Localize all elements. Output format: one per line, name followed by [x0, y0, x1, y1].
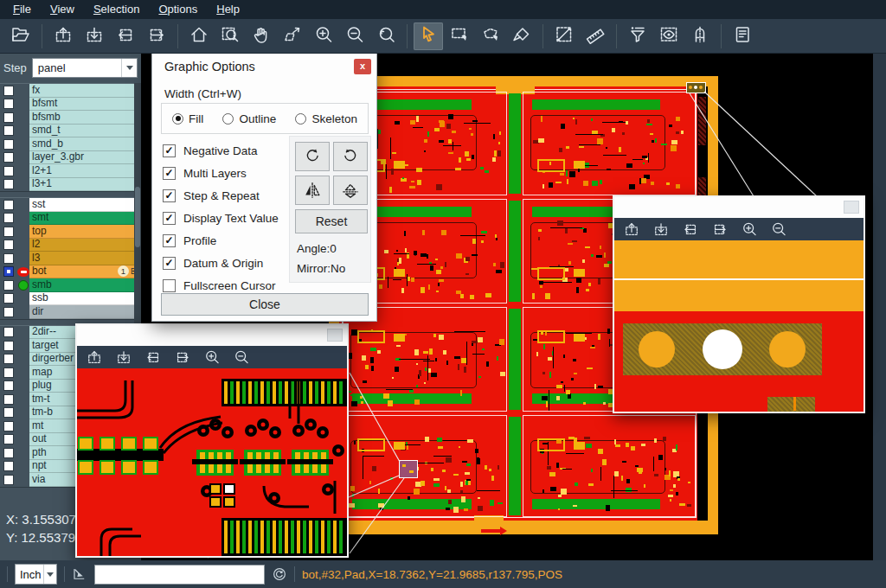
layer-name[interactable]: smd_t [29, 125, 141, 138]
layer-row-l3[interactable]: l3 [0, 252, 141, 265]
graphic-options-dialog[interactable]: Graphic Options x Width (Ctrl+W) FillOut… [151, 52, 377, 322]
select-cursor-button[interactable] [414, 22, 443, 50]
snap-button[interactable] [685, 22, 715, 50]
shift-up-button[interactable] [48, 22, 78, 50]
layer-name[interactable]: layer_3.gbr [29, 151, 141, 165]
magnifier2-shift-down-button[interactable] [652, 220, 670, 238]
layer-name[interactable]: bot1⊞ [29, 265, 141, 279]
magnifier2-shift-right-button[interactable] [711, 220, 729, 238]
dialog-close-button[interactable]: x [354, 59, 371, 74]
layer-visibility-checkbox[interactable] [3, 434, 14, 444]
layer-visibility-checkbox[interactable] [3, 327, 14, 337]
magnifier1-shift-up-button[interactable] [86, 348, 103, 366]
layer-visibility-checkbox[interactable] [3, 354, 14, 364]
layer-row-fx[interactable]: fx [0, 84, 141, 98]
canvas-scrollbar[interactable] [873, 54, 886, 560]
open-button[interactable] [6, 22, 35, 50]
zoom-in-button[interactable] [309, 22, 338, 50]
layer-visibility-checkbox[interactable] [3, 293, 14, 304]
layer-visibility-checkbox[interactable] [3, 280, 14, 291]
layer-row-smd_b[interactable]: smd_b [0, 137, 141, 151]
magnifier2-zoom-out-button[interactable] [770, 220, 787, 238]
magnifier2-titlebar[interactable] [614, 197, 864, 218]
layer-visibility-checkbox[interactable] [3, 152, 14, 163]
magnifier1-window-button[interactable] [327, 329, 343, 342]
layer-visibility-checkbox[interactable] [3, 86, 14, 96]
layer-visibility-checkbox[interactable] [3, 307, 14, 317]
layer-row-l2[interactable]: l2 [0, 239, 141, 252]
checkbox-datum-origin[interactable]: ✓Datum & Origin [163, 252, 279, 274]
drag-view-button[interactable] [278, 22, 307, 50]
layer-row-ssb[interactable]: ssb [0, 292, 141, 306]
layer-visibility-checkbox[interactable] [3, 368, 14, 378]
shift-left-button[interactable] [111, 22, 140, 50]
layer-row-smt[interactable]: smt [0, 212, 141, 226]
zoom-previous-button[interactable] [371, 22, 401, 50]
magnifier2-shift-up-button[interactable] [623, 220, 640, 238]
layer-row-bot[interactable]: bot1⊞ [0, 265, 141, 279]
layer-visibility-checkbox[interactable] [3, 475, 14, 485]
pan-hand-button[interactable] [247, 22, 276, 50]
layer-name[interactable]: smt [29, 212, 141, 226]
paint-button[interactable] [507, 22, 536, 50]
flip-horizontal-button[interactable] [295, 176, 330, 205]
menu-view[interactable]: View [41, 0, 84, 19]
layer-name[interactable]: top [29, 225, 141, 239]
layer-name[interactable]: ssb [29, 292, 141, 306]
layer-name[interactable]: smb [29, 278, 141, 292]
flip-vertical-button[interactable] [333, 176, 368, 205]
rotate-cw-button[interactable] [295, 142, 330, 171]
layer-visibility-checkbox[interactable] [3, 213, 14, 223]
layer-row-bfsmt[interactable]: bfsmt [0, 98, 141, 112]
filter-button[interactable] [623, 22, 652, 50]
layer-visibility-checkbox[interactable] [3, 421, 14, 431]
layer-row-bfsmb[interactable]: bfsmb [0, 111, 141, 125]
layer-name[interactable]: bfsmt [29, 98, 141, 112]
shift-right-button[interactable] [142, 22, 171, 50]
layer-name[interactable]: dir [29, 305, 141, 319]
layer-name[interactable]: l3+1 [29, 178, 141, 192]
magnifier1-shift-down-button[interactable] [115, 348, 132, 366]
menu-selection[interactable]: Selection [84, 0, 149, 19]
layer-visibility-checkbox[interactable] [3, 166, 14, 176]
layer-visibility-checkbox[interactable] [3, 139, 14, 150]
zoom-out-button[interactable] [340, 22, 369, 50]
reset-button[interactable]: Reset [295, 209, 368, 233]
magnifier1-zoom-out-button[interactable] [233, 348, 250, 366]
menu-options[interactable]: Options [149, 0, 207, 19]
magnifier1-zoom-in-button[interactable] [203, 348, 221, 366]
layer-name[interactable]: l2 [29, 239, 141, 252]
magnifier-window-1[interactable] [75, 323, 349, 558]
magnifier2-window-button[interactable] [844, 201, 859, 214]
magnifier2-shift-left-button[interactable] [682, 220, 699, 238]
layer-visibility-checkbox[interactable] [3, 240, 14, 250]
checkbox-display-text-value[interactable]: ✓Display Text Value [163, 207, 279, 229]
magnifier1-titlebar[interactable] [77, 325, 347, 346]
layer-visibility-checkbox[interactable] [3, 99, 14, 109]
checkbox-negative-data[interactable]: ✓Negative Data [163, 139, 279, 162]
command-input[interactable] [94, 565, 265, 585]
layer-visibility-checkbox[interactable] [3, 179, 14, 189]
checkbox-profile[interactable]: ✓Profile [163, 229, 279, 252]
magnifier1-shift-right-button[interactable] [174, 348, 191, 366]
layer-row-l2+1[interactable]: l2+1 [0, 164, 141, 178]
layer-visibility-checkbox[interactable] [3, 461, 14, 471]
home-button[interactable] [184, 22, 214, 50]
unit-select[interactable]: Inch [15, 564, 57, 585]
ruler-button[interactable] [581, 22, 610, 50]
magnifier2-zoom-in-button[interactable] [741, 220, 758, 238]
refresh-icon[interactable] [272, 566, 287, 582]
radio-outline[interactable]: Outline [222, 112, 276, 125]
report-button[interactable] [728, 22, 757, 50]
layer-visibility-checkbox[interactable] [3, 227, 14, 237]
display-options-button[interactable] [654, 22, 684, 50]
layer-visibility-checkbox[interactable] [3, 380, 14, 391]
step-select[interactable]: panel [32, 58, 138, 78]
shift-down-button[interactable] [80, 22, 109, 50]
menu-help[interactable]: Help [207, 0, 249, 19]
menu-file[interactable]: File [3, 0, 41, 19]
layer-visibility-checkbox[interactable] [3, 341, 14, 351]
layer-visibility-checkbox[interactable] [3, 407, 14, 418]
select-rect-button[interactable] [445, 22, 474, 50]
magnifier-window-2[interactable] [613, 195, 865, 413]
